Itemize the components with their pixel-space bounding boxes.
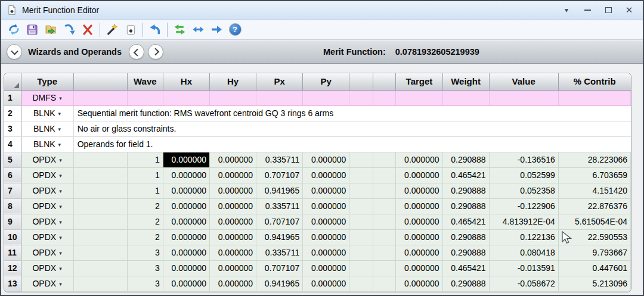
col-header-comment[interactable]: [73, 73, 127, 90]
cell-empty[interactable]: [442, 90, 489, 105]
row-number[interactable]: 7: [4, 183, 21, 198]
collapse-panel-button[interactable]: [7, 44, 22, 60]
type-dropdown-icon[interactable]: [59, 219, 62, 225]
cell-value[interactable]: -0.058672: [489, 276, 558, 291]
cell-value[interactable]: -0.122906: [489, 198, 558, 214]
undo-icon[interactable]: [147, 22, 163, 38]
type-cell[interactable]: OPDX: [21, 167, 73, 183]
cell-py[interactable]: 0.000000: [303, 245, 349, 260]
cell-empty[interactable]: [256, 90, 303, 105]
cell-hx-selected[interactable]: 0.000000: [163, 152, 209, 167]
titlebar[interactable]: Merit Function Editor: [1, 1, 643, 20]
cell-px[interactable]: 0.335711: [256, 245, 303, 260]
cell-target[interactable]: 0.000000: [396, 229, 442, 245]
type-dropdown-icon[interactable]: [59, 173, 62, 179]
cell-empty[interactable]: [349, 229, 373, 245]
col-header-empty[interactable]: [373, 73, 396, 90]
cell-hy[interactable]: 0.000000: [209, 214, 256, 229]
cell-value[interactable]: 0.052358: [489, 183, 558, 198]
type-cell[interactable]: BLNK: [21, 121, 73, 136]
cell-weight[interactable]: 0.290888: [442, 276, 489, 291]
type-dropdown-icon[interactable]: [59, 235, 62, 241]
cell-hx[interactable]: 0.000000: [163, 276, 209, 291]
cell-value[interactable]: -0.136516: [489, 152, 558, 167]
row-number[interactable]: 11: [4, 245, 21, 260]
type-dropdown-icon[interactable]: [59, 188, 62, 194]
cell-weight[interactable]: 0.465421: [442, 167, 489, 183]
cell-weight[interactable]: 0.290888: [442, 152, 489, 167]
col-header-px[interactable]: Px: [256, 73, 303, 90]
row-number[interactable]: 5: [4, 152, 21, 167]
cell-empty[interactable]: [73, 167, 127, 183]
type-dropdown-icon[interactable]: [59, 266, 62, 272]
update-icon[interactable]: [6, 22, 21, 38]
type-dropdown-icon[interactable]: [59, 95, 62, 101]
maximize-icon[interactable]: [604, 6, 612, 14]
cell-wave[interactable]: 2: [127, 214, 163, 229]
cell-hy[interactable]: 0.000000: [209, 198, 256, 214]
cell-wave[interactable]: 3: [127, 245, 163, 260]
cell-wave[interactable]: 1: [127, 167, 163, 183]
cell-empty[interactable]: [73, 276, 127, 291]
type-dropdown-icon[interactable]: [58, 126, 61, 132]
cell-empty[interactable]: [73, 198, 127, 214]
cell-empty[interactable]: [373, 183, 396, 198]
minimize-icon[interactable]: [583, 6, 592, 14]
cell-empty[interactable]: [373, 214, 396, 229]
cell-weight[interactable]: 0.465421: [442, 260, 489, 276]
row-number[interactable]: 3: [4, 121, 21, 136]
type-cell[interactable]: OPDX: [21, 183, 73, 198]
cell-empty[interactable]: [73, 90, 127, 105]
type-cell[interactable]: DMFS: [21, 90, 73, 105]
cell-py[interactable]: 0.000000: [303, 167, 349, 183]
cell-px[interactable]: 0.335711: [256, 198, 303, 214]
type-dropdown-icon[interactable]: [59, 281, 62, 287]
cell-target[interactable]: 0.000000: [396, 276, 442, 291]
cell-target[interactable]: 0.000000: [396, 183, 442, 198]
cell-empty[interactable]: [73, 183, 127, 198]
cell-contrib[interactable]: 9.793667: [558, 245, 630, 260]
next-button[interactable]: [148, 44, 163, 60]
cell-empty[interactable]: [349, 276, 373, 291]
goto-operand-icon[interactable]: [209, 22, 224, 38]
comment-cell[interactable]: No air or glass constraints.: [73, 121, 630, 136]
col-header-hy[interactable]: Hy: [209, 73, 256, 90]
cell-empty[interactable]: [373, 229, 396, 245]
cell-contrib[interactable]: 22.590553: [558, 229, 630, 245]
cell-py[interactable]: 0.000000: [303, 198, 349, 214]
cell-px[interactable]: 0.707107: [256, 260, 303, 276]
select-all-corner[interactable]: [4, 73, 21, 90]
cell-py[interactable]: 0.000000: [303, 183, 349, 198]
cell-empty[interactable]: [73, 214, 127, 229]
cell-empty[interactable]: [373, 167, 396, 183]
cell-contrib[interactable]: 5.615054E-04: [558, 214, 630, 229]
prev-button[interactable]: [129, 44, 144, 60]
type-cell[interactable]: OPDX: [21, 152, 73, 167]
type-dropdown-icon[interactable]: [59, 157, 62, 163]
cell-empty[interactable]: [349, 198, 373, 214]
col-header-empty[interactable]: [349, 73, 373, 90]
row-number[interactable]: 12: [4, 260, 21, 276]
cell-px[interactable]: 0.941965: [256, 183, 303, 198]
cell-empty[interactable]: [303, 90, 349, 105]
cell-value[interactable]: -0.013591: [489, 260, 558, 276]
insert-operand-icon[interactable]: [61, 22, 77, 38]
cell-py[interactable]: 0.000000: [303, 260, 349, 276]
cell-hx[interactable]: 0.000000: [163, 183, 209, 198]
type-cell[interactable]: OPDX: [21, 214, 73, 229]
cell-empty[interactable]: [373, 152, 396, 167]
col-header-wave[interactable]: Wave: [127, 73, 163, 90]
cell-contrib[interactable]: 4.151420: [558, 183, 630, 198]
wizard-icon[interactable]: [104, 22, 120, 38]
cell-empty[interactable]: [73, 245, 127, 260]
swap-rows-icon[interactable]: [172, 22, 187, 38]
cell-hx[interactable]: 0.000000: [163, 198, 209, 214]
cell-hy[interactable]: 0.000000: [209, 245, 256, 260]
cell-contrib[interactable]: 6.703659: [558, 167, 630, 183]
comment-cell[interactable]: Sequential merit function: RMS wavefront…: [73, 105, 630, 121]
cell-contrib[interactable]: 5.213096: [558, 276, 630, 291]
cell-empty[interactable]: [373, 260, 396, 276]
help-icon[interactable]: ?: [227, 22, 243, 38]
cell-value[interactable]: 4.813912E-04: [489, 214, 558, 229]
cell-weight[interactable]: 0.290888: [442, 183, 489, 198]
